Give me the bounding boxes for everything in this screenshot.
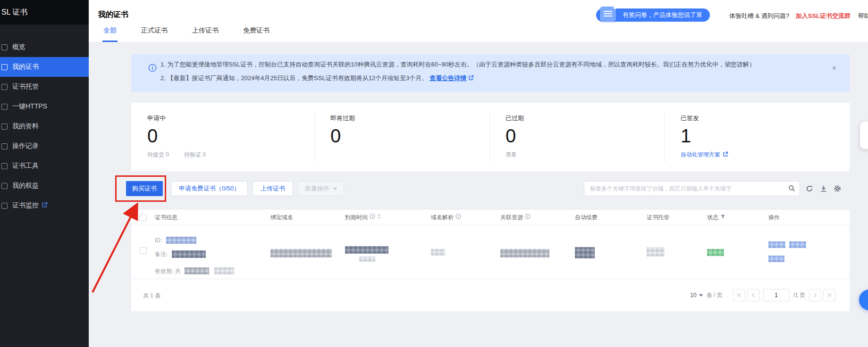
sidebar-item-one-click-https[interactable]: 一键HTTPS bbox=[0, 97, 89, 116]
sidebar-item-cert-monitor[interactable]: 证书监控 bbox=[0, 196, 89, 215]
sidebar-item-label: 证书监控 bbox=[12, 201, 39, 210]
https-icon bbox=[1, 104, 8, 110]
col-cert-info: 证书信息 bbox=[155, 210, 177, 225]
stat-value: 0 bbox=[147, 125, 314, 146]
external-link-icon bbox=[42, 202, 48, 209]
stats-panel: 申请中 0 待提交 0 待验证 0 即将过期 0 已过期 0 查看 已签发 1 … bbox=[131, 103, 850, 171]
announcement-link[interactable]: 查看公告详情 bbox=[430, 74, 466, 82]
external-link-icon bbox=[723, 151, 728, 158]
col-status: 状态 bbox=[707, 210, 725, 225]
stat-card-expiring: 即将过期 0 bbox=[314, 103, 489, 171]
sidebar-item-overview[interactable]: 概览 bbox=[0, 37, 89, 57]
sidebar-item-label: 我的证书 bbox=[12, 63, 39, 71]
last-page-button[interactable] bbox=[823, 289, 835, 301]
search-icon[interactable] bbox=[788, 185, 795, 194]
next-page-button[interactable] bbox=[809, 289, 821, 301]
redacted-action-link[interactable] bbox=[768, 256, 784, 262]
sidebar-item-label: 证书托管 bbox=[12, 83, 39, 91]
buy-certificate-button[interactable]: 购买证书 bbox=[126, 181, 163, 196]
tools-icon bbox=[1, 163, 8, 169]
tab-all[interactable]: 全部 bbox=[102, 26, 118, 42]
info-icon[interactable] bbox=[370, 210, 375, 225]
tab-uploaded-certificates[interactable]: 上传证书 bbox=[191, 26, 219, 42]
col-cert-hosting: 证书托管 bbox=[647, 210, 669, 225]
redacted-validity bbox=[185, 267, 209, 274]
batch-operation-button[interactable]: 批量操作 bbox=[298, 181, 344, 196]
sidebar-item-my-certificates[interactable]: 我的证书 bbox=[0, 57, 89, 77]
total-count: 共 1 条 bbox=[143, 292, 160, 300]
pagination: 共 1 条 10 条 / 页 /1 页 bbox=[131, 279, 850, 311]
row-checkbox[interactable] bbox=[140, 247, 147, 254]
redacted-action-link[interactable] bbox=[768, 241, 785, 248]
sidebar-item-my-benefits[interactable]: 我的权益 bbox=[0, 176, 89, 196]
survey-button[interactable]: 有奖问卷，产品体验您说了算 bbox=[596, 8, 710, 22]
external-link-icon bbox=[468, 75, 474, 82]
monitor-icon bbox=[1, 203, 8, 209]
automation-plan-label: 自动化管理方案 bbox=[681, 151, 720, 159]
sidebar-item-label: 证书工具 bbox=[12, 162, 39, 170]
info-icon[interactable] bbox=[455, 210, 461, 225]
col-actions: 操作 bbox=[768, 210, 780, 225]
topbar: 我的证书 全部 正式证书 上传证书 免费证书 有奖问卷，产品体验您说了算 体验吐… bbox=[89, 0, 868, 42]
sidebar-item-cert-hosting[interactable]: 证书托管 bbox=[0, 77, 89, 97]
search-input[interactable] bbox=[584, 181, 800, 196]
sidebar-item-label: 我的资料 bbox=[12, 122, 39, 131]
tab-paid-certificates[interactable]: 正式证书 bbox=[140, 26, 169, 42]
filter-icon[interactable] bbox=[720, 210, 725, 225]
tabs: 全部 正式证书 上传证书 免费证书 bbox=[102, 26, 270, 42]
help-doc-link[interactable]: 帮助文档 bbox=[858, 12, 868, 19]
chevron-down-icon bbox=[333, 188, 337, 190]
join-group-link[interactable]: 加入SSL证书交流群 bbox=[796, 12, 851, 19]
page-size-value: 10 bbox=[690, 292, 696, 298]
view-expired-link[interactable]: 查看 bbox=[506, 151, 665, 159]
redacted-domain bbox=[270, 249, 332, 257]
col-bound-domain: 绑定域名 bbox=[270, 210, 293, 225]
page-title: 我的证书 bbox=[98, 10, 128, 20]
stat-label: 已签发 bbox=[681, 114, 850, 123]
sidebar: SL 证书 概览 我的证书 证书托管 一键HTTPS 我的资料 操作记录 证书工… bbox=[0, 0, 89, 347]
info-icon[interactable] bbox=[525, 210, 531, 225]
sidebar-item-label: 概览 bbox=[12, 43, 25, 51]
profile-icon bbox=[1, 124, 8, 130]
stat-value: 0 bbox=[330, 125, 489, 146]
notice-line1: 1. 为了您能更便捷地管理SSL证书，控制台已支持自动查询证书关联的10种腾讯云… bbox=[160, 60, 821, 69]
table-row: ID: 备注: 有效期: 共 bbox=[131, 225, 850, 279]
col-associated-resources: 关联资源 bbox=[500, 210, 531, 225]
redacted-action-link[interactable] bbox=[789, 241, 806, 248]
notice-text: 1. 为了您能更便捷地管理SSL证书，控制台已支持自动查询证书关联的10种腾讯云… bbox=[160, 60, 821, 83]
sidebar-item-my-profile[interactable]: 我的资料 bbox=[0, 116, 89, 136]
cert-validity-line: 有效期: 共 bbox=[155, 266, 234, 275]
sidebar-item-cert-tools[interactable]: 证书工具 bbox=[0, 156, 89, 176]
page-size-unit: 条 / 页 bbox=[707, 291, 723, 299]
redacted-auto-renew bbox=[575, 247, 595, 258]
batch-operation-label: 批量操作 bbox=[305, 184, 329, 193]
redacted-status-badge bbox=[707, 249, 724, 256]
benefits-icon bbox=[1, 183, 8, 189]
assistant-float-button[interactable] bbox=[859, 289, 868, 310]
select-all-checkbox[interactable] bbox=[140, 214, 147, 221]
redacted-resolution bbox=[431, 249, 445, 256]
tab-free-certificates[interactable]: 免费证书 bbox=[242, 26, 270, 42]
gear-icon[interactable] bbox=[834, 185, 841, 194]
notice-line2: 2. 【最新】接证书厂商通知，2024年4月25日以后，免费SSL证书有效期将从… bbox=[160, 74, 821, 83]
overview-icon bbox=[1, 44, 8, 50]
redacted-validity bbox=[214, 267, 234, 274]
table-header: 证书信息 绑定域名 到期时间 域名解析 关联资源 自动续费 证书托管 状态 操作 bbox=[131, 210, 850, 225]
prev-page-button[interactable] bbox=[747, 289, 759, 301]
upload-certificate-button[interactable]: 上传证书 bbox=[253, 181, 293, 196]
stat-subs: 待提交 0 待验证 0 bbox=[147, 151, 314, 159]
sidebar-item-operation-log[interactable]: 操作记录 bbox=[0, 136, 89, 156]
refresh-icon[interactable] bbox=[806, 185, 813, 194]
close-icon[interactable]: × bbox=[832, 65, 836, 72]
stat-card-expired: 已过期 0 查看 bbox=[489, 103, 665, 171]
apply-free-certificate-button[interactable]: 申请免费证书（0/50） bbox=[171, 181, 248, 196]
sort-icon[interactable] bbox=[377, 210, 381, 225]
automation-plan-link[interactable]: 自动化管理方案 bbox=[681, 151, 850, 159]
page-size-select[interactable]: 10 bbox=[690, 292, 702, 298]
feedback-text: 体验吐槽 & 遇到问题? bbox=[729, 12, 789, 19]
collapsed-side-widget[interactable] bbox=[860, 122, 868, 149]
download-icon[interactable] bbox=[820, 185, 827, 194]
page-number-input[interactable] bbox=[763, 289, 790, 301]
first-page-button[interactable] bbox=[733, 289, 745, 301]
notice-banner: 1. 为了您能更便捷地管理SSL证书，控制台已支持自动查询证书关联的10种腾讯云… bbox=[131, 54, 850, 92]
